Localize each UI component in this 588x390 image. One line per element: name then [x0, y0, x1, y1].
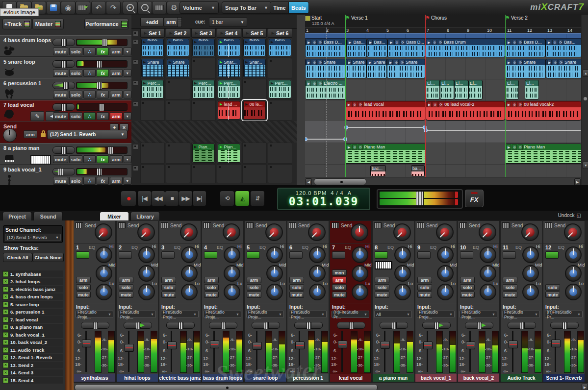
performance-empty-cell[interactable]	[242, 143, 267, 164]
perf-arm-button[interactable]: arm	[164, 17, 179, 27]
fader-handle[interactable]	[253, 342, 262, 350]
clip-mute-icon[interactable]: ⊘	[352, 145, 357, 150]
timeline-track-lane[interactable]: ▶ ⊘ ⟳ Piano Man ▶ ⊘ ⟳ Piano Man	[305, 143, 581, 165]
set-play-icon[interactable]: ▶	[144, 31, 147, 35]
pan-slider[interactable]	[252, 322, 280, 329]
performance-clip-cell[interactable]: ▶Bass ...	[140, 38, 165, 57]
show-track-item[interactable]: ✕2. hihat loops	[2, 278, 63, 285]
timeline-track-lane[interactable]: ▶ ⊘ ⟳ lead vocal ▶ ⊘ ⟳ 08 lead vocal-2 ▶…	[305, 100, 581, 122]
performance-empty-cell[interactable]	[166, 79, 190, 99]
perf-add-button[interactable]: +add	[140, 17, 164, 27]
performance-clip-cell[interactable]: ▶Pian...	[191, 143, 216, 164]
pan-slider[interactable]	[550, 322, 579, 329]
eq-hi-knob[interactable]	[96, 246, 112, 263]
clip-play-icon[interactable]: ▶	[547, 60, 552, 65]
volume-slider[interactable]	[76, 39, 128, 46]
pan-handle[interactable]	[562, 322, 567, 329]
collapse-button[interactable]: ▼	[124, 69, 131, 77]
volume-fader[interactable]	[427, 331, 428, 372]
timeline-clip[interactable]: ▶ ⊘ ⟳ Bass D...	[387, 39, 425, 57]
go-to-start-button[interactable]: |◀	[137, 191, 152, 206]
row-select-square[interactable]	[133, 101, 138, 107]
timeline-track-lane[interactable]: ▶ ⊘ ⟳ Snare ▶ Snare ▶ Snare ▶ ⊘ ⟳ Snare	[305, 58, 581, 79]
timeline-clip[interactable]: ▶ ⊘ ⟳ 08 lead vocal-2	[426, 101, 505, 121]
lock-icon[interactable]	[40, 130, 46, 138]
playhead[interactable]	[326, 27, 327, 177]
save-icon[interactable]	[46, 1, 61, 14]
volume-fader[interactable]	[256, 331, 257, 372]
clip-play-icon[interactable]: ▶	[271, 40, 273, 44]
row-select-square[interactable]	[133, 59, 138, 65]
scroll-up-icon[interactable]: ▲	[583, 70, 588, 77]
mute-button[interactable]: mute	[53, 91, 68, 98]
performance-empty-cell[interactable]	[140, 100, 165, 121]
clip-play-icon[interactable]: ▶	[143, 60, 146, 64]
arm-button[interactable]: arm	[110, 112, 122, 120]
input-select[interactable]: All▼	[374, 311, 412, 318]
pan-slider[interactable]	[124, 322, 152, 329]
performance-clip-cell[interactable]: ▶Snare	[140, 58, 165, 78]
input-select[interactable]: FireStudio Proje...▼	[118, 311, 156, 318]
performance-clip-cell[interactable]: ▶Pian...	[217, 143, 241, 164]
clip-play-icon[interactable]: ▶	[307, 60, 311, 65]
mute-button[interactable]: mute	[53, 48, 68, 55]
scroll-down-icon[interactable]: ▼	[583, 162, 588, 169]
clip-play-icon[interactable]: ▶	[220, 60, 222, 64]
checkbox-checked-icon[interactable]: ✕	[3, 370, 8, 375]
row-select-square[interactable]	[133, 80, 138, 86]
pan-handle[interactable]	[58, 168, 63, 176]
timeline-clip[interactable]: bac...	[370, 165, 386, 176]
channel-name[interactable]: Send 1- Reverb	[543, 374, 585, 382]
show-track-item[interactable]: ✕4. bass drum loops	[2, 293, 63, 300]
burn-cd-icon[interactable]: ◉	[61, 1, 76, 14]
set-play-icon[interactable]: ▶	[221, 31, 223, 35]
mute-button[interactable]: mute	[417, 292, 432, 298]
punch-in-out-button[interactable]: ⇵	[250, 191, 265, 206]
fader-handle[interactable]	[423, 341, 433, 349]
tab-library[interactable]: Library	[130, 212, 160, 221]
fx-button[interactable]	[417, 251, 431, 259]
row-select-square[interactable]	[133, 166, 138, 171]
clip-mute-icon[interactable]: ⊘	[433, 102, 437, 107]
checkbox-checked-icon[interactable]: ✕	[3, 302, 8, 307]
fader-handle[interactable]	[210, 341, 219, 348]
performance-clip-cell[interactable]: ▶Perc...	[140, 79, 165, 99]
track-header[interactable]: 5 snare loop mute solo ∴ fx arm ▼	[0, 57, 131, 78]
clip-loop-icon[interactable]: ⟳	[518, 40, 523, 45]
collapse-button[interactable]: ▼	[124, 155, 131, 163]
arm-button[interactable]: arm	[375, 277, 389, 283]
channel-faders-icon[interactable]	[289, 222, 296, 228]
solo-button[interactable]: solo	[460, 284, 475, 291]
channel-faders-icon[interactable]	[545, 222, 552, 228]
fader-handle[interactable]	[381, 341, 390, 349]
show-track-item[interactable]: ✕6. percussion 1	[2, 309, 63, 316]
timeline-clip[interactable]: ▶ ⊘ ⟳ Snare	[546, 59, 581, 78]
volume-handle[interactable]	[97, 60, 102, 68]
channel-faders-icon[interactable]	[76, 222, 83, 228]
eq-lo-knob[interactable]	[96, 284, 112, 300]
timeline-clip[interactable]: ▶ ⊘ ⟳ Snare	[305, 59, 346, 78]
fast-forward-button[interactable]: ▶▶	[179, 191, 193, 206]
performance-empty-cell[interactable]	[166, 164, 190, 183]
solo-button[interactable]: solo	[119, 284, 133, 291]
performance-empty-cell[interactable]	[140, 164, 165, 183]
clip-play-icon[interactable]: ▶	[220, 102, 222, 106]
volume-fader[interactable]	[469, 331, 471, 372]
clip-play-icon[interactable]: ▶	[220, 145, 222, 149]
send-knob[interactable]	[521, 223, 539, 241]
perf-grip[interactable]	[178, 17, 182, 27]
solo-button[interactable]: solo	[545, 284, 560, 291]
clip-play-icon[interactable]: ▶	[307, 40, 311, 45]
automation-button[interactable]: ∴	[83, 69, 96, 77]
undock-button[interactable]: Undock◱	[558, 213, 581, 218]
collapse-button[interactable]: ▼	[124, 91, 131, 98]
timeline-clip[interactable]: ▶ Snare	[346, 59, 366, 78]
check-none-button[interactable]: Check None	[32, 253, 64, 262]
input-select[interactable]: FireStudio Proje...▼	[76, 311, 113, 318]
timeline-clip[interactable]: ▶ Bas...	[346, 39, 367, 57]
clip-mute-icon[interactable]: ⊘	[512, 40, 517, 45]
fader-handle[interactable]	[509, 341, 518, 348]
fx-button[interactable]	[119, 251, 132, 259]
volume-fader[interactable]	[128, 331, 129, 372]
mute-button[interactable]: mute	[53, 155, 68, 163]
